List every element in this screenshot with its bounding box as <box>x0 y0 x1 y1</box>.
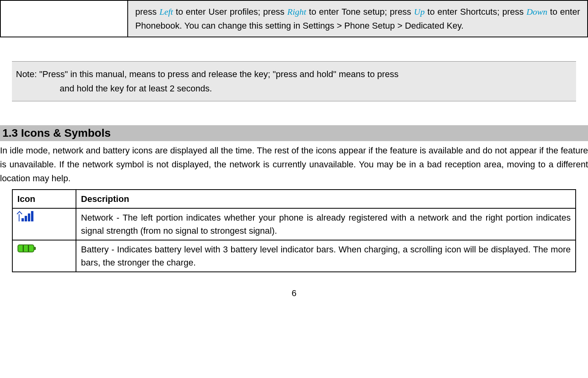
note-line1: Note: "Press" in this manual, means to p… <box>16 69 399 79</box>
page-number: 6 <box>0 288 588 299</box>
desc-cell: Battery - Indicates battery level with 3… <box>76 240 576 272</box>
nav-key-table: press Left to enter User profiles; press… <box>0 0 588 37</box>
key-up: Up <box>414 7 425 17</box>
key-left: Left <box>160 7 173 17</box>
text: to enter Tone setup; press <box>306 7 414 17</box>
nav-key-right-cell: press Left to enter User profiles; press… <box>128 0 588 37</box>
note-box: Note: "Press" in this manual, means to p… <box>12 61 576 101</box>
desc-cell: Network - The left portion indicates whe… <box>76 208 576 240</box>
battery-icon <box>18 244 34 252</box>
text: to enter Shortcuts; press <box>424 7 526 17</box>
key-down: Down <box>526 7 547 17</box>
key-right: Right <box>287 7 306 17</box>
section-heading: 1.3 Icons & Symbols <box>0 125 588 141</box>
icon-cell <box>12 240 76 272</box>
icon-cell <box>12 208 76 240</box>
note-line2: and hold the key for at least 2 seconds. <box>16 81 572 95</box>
table-row: Network - The left portion indicates whe… <box>12 208 576 240</box>
icon-header: Icon <box>12 190 76 208</box>
icons-table: Icon Description Network - The left port… <box>12 189 576 272</box>
nav-key-left-cell <box>0 0 128 37</box>
text: press <box>135 7 160 17</box>
table-row: Battery - Indicates battery level with 3… <box>12 240 576 272</box>
section-body: In idle mode, network and battery icons … <box>0 143 588 186</box>
signal-icon <box>18 211 33 221</box>
text: to enter User profiles; press <box>173 7 287 17</box>
desc-header: Description <box>76 190 576 208</box>
